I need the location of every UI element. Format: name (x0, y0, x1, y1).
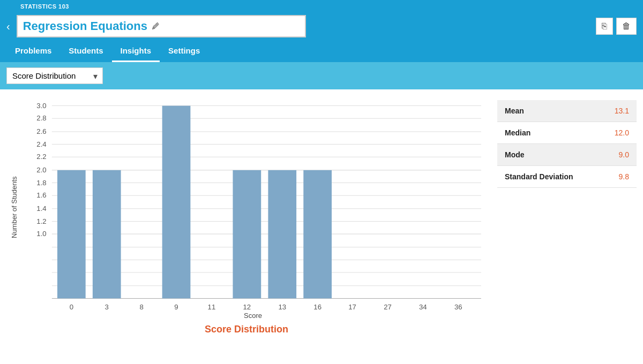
svg-text:34: 34 (419, 303, 427, 309)
edit-icon[interactable]: 🖉 (152, 22, 159, 31)
view-dropdown[interactable]: Score Distribution (6, 67, 103, 84)
bar-9 (162, 106, 191, 299)
svg-text:1.0: 1.0 (36, 230, 46, 238)
back-button[interactable]: ‹ (4, 20, 12, 33)
nav-tabs: Problems Students Insights Settings (0, 41, 643, 62)
stat-label: Standard Deviation (497, 166, 600, 188)
stats-row: Mean13.1 (497, 100, 637, 122)
bar-13 (268, 170, 296, 299)
dropdown-wrapper: Score Distribution ▾ (6, 67, 103, 84)
svg-text:36: 36 (454, 303, 462, 309)
bar-0 (57, 170, 86, 299)
stat-label: Mode (497, 144, 600, 166)
histogram-svg: 3.0 2.8 2.6 2.4 2.2 2.0 1.8 1.6 1.4 1.2 … (19, 95, 487, 309)
stats-panel: Mean13.1Median12.0Mode9.0Standard Deviat… (497, 100, 637, 362)
svg-text:9: 9 (174, 303, 178, 309)
svg-text:12: 12 (243, 303, 251, 309)
chart-svg: 3.0 2.8 2.6 2.4 2.2 2.0 1.8 1.6 1.4 1.2 … (19, 95, 487, 309)
header-actions: ⎘ 🗑 (596, 18, 637, 35)
course-label: STATISTICS 103 (20, 3, 69, 10)
svg-text:17: 17 (348, 303, 356, 309)
svg-text:8: 8 (139, 303, 143, 309)
svg-text:27: 27 (384, 303, 392, 309)
svg-text:2.4: 2.4 (36, 140, 46, 148)
tab-settings[interactable]: Settings (160, 41, 208, 62)
stat-value: 13.1 (600, 100, 637, 122)
tab-problems[interactable]: Problems (6, 41, 60, 62)
svg-text:1.8: 1.8 (36, 179, 46, 187)
svg-text:1.6: 1.6 (36, 191, 46, 199)
stat-value: 9.0 (600, 144, 637, 166)
svg-text:0: 0 (70, 303, 73, 309)
header: STATISTICS 103 ‹ Regression Equations 🖉 … (0, 0, 643, 89)
x-axis-label: Score (19, 312, 487, 320)
svg-text:11: 11 (208, 303, 216, 309)
main-content: Number of Students (0, 89, 643, 364)
title-row: ‹ Regression Equations 🖉 (4, 15, 596, 37)
title-box: Regression Equations 🖉 (17, 15, 306, 37)
svg-text:2.8: 2.8 (36, 114, 46, 122)
bar-16 (303, 170, 332, 299)
svg-text:2.0: 2.0 (36, 166, 46, 174)
stat-label: Median (497, 122, 600, 144)
stat-label: Mean (497, 100, 600, 122)
delete-button[interactable]: 🗑 (616, 18, 637, 35)
chart-inner: 3.0 2.8 2.6 2.4 2.2 2.0 1.8 1.6 1.4 1.2 … (19, 95, 487, 320)
svg-text:3: 3 (105, 303, 109, 309)
svg-text:1.4: 1.4 (36, 204, 46, 213)
page-title: Regression Equations (23, 19, 147, 33)
tab-insights[interactable]: Insights (112, 41, 160, 62)
y-axis-label: Number of Students (6, 95, 19, 320)
svg-text:16: 16 (313, 303, 322, 309)
svg-text:2.2: 2.2 (36, 153, 46, 161)
tab-students[interactable]: Students (60, 41, 111, 62)
svg-text:2.6: 2.6 (36, 127, 46, 135)
stats-row: Standard Deviation9.8 (497, 166, 637, 188)
stat-value: 12.0 (600, 122, 637, 144)
copy-button[interactable]: ⎘ (596, 18, 613, 35)
stats-row: Mode9.0 (497, 144, 637, 166)
chart-area: Number of Students (6, 95, 487, 362)
stats-row: Median12.0 (497, 122, 637, 144)
stats-table: Mean13.1Median12.0Mode9.0Standard Deviat… (497, 100, 637, 188)
svg-text:3.0: 3.0 (36, 102, 46, 110)
stat-value: 9.8 (600, 166, 637, 188)
svg-text:1.2: 1.2 (36, 217, 46, 225)
svg-text:13: 13 (278, 303, 286, 309)
chart-container: Number of Students (6, 95, 487, 320)
bar-12 (233, 170, 261, 299)
chart-title: Score Distribution (205, 324, 288, 335)
dropdown-bar: Score Distribution ▾ (0, 62, 643, 89)
bar-3 (93, 170, 121, 299)
